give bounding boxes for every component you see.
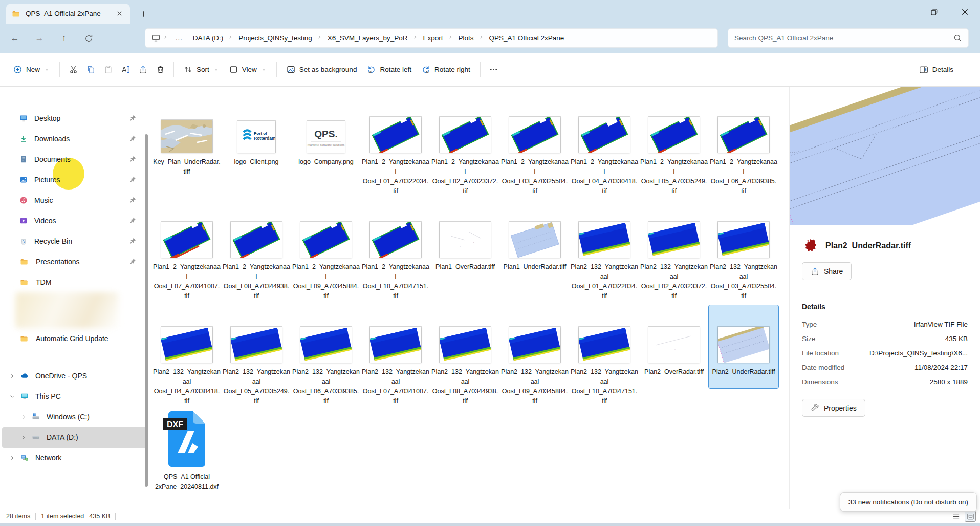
sidebar-item-desktop[interactable]: Desktop — [2, 108, 147, 129]
file-item[interactable]: Plan1_2_Yangtzekanaal Oost_L09_A70345884… — [291, 200, 361, 305]
share-file-button[interactable]: Share — [802, 262, 852, 280]
set-as-background-button[interactable]: Set as background — [281, 60, 362, 78]
chevron-right-icon[interactable] — [20, 414, 27, 420]
tab-close-icon[interactable] — [114, 8, 125, 19]
chevron-right-icon[interactable] — [162, 35, 169, 41]
search-input[interactable] — [734, 34, 953, 42]
refresh-button[interactable] — [81, 31, 96, 46]
file-thumbnail[interactable] — [579, 305, 630, 363]
file-thumbnail[interactable] — [509, 305, 560, 363]
breadcrumb-item[interactable]: QPS_A1 Official 2xPane — [485, 32, 569, 44]
file-item[interactable]: Plan1_2_Yangtzekanaal Oost_L05_A70335249… — [639, 95, 709, 200]
file-item[interactable]: Plan1_2_Yangtzekanaal Oost_L02_A70323372… — [430, 95, 500, 200]
file-thumbnail[interactable] — [300, 305, 352, 363]
file-thumbnail[interactable] — [440, 305, 491, 363]
chevron-right-icon[interactable] — [412, 35, 419, 41]
file-item[interactable]: Plan1_2_Yangtzekanaal Oost_L06_A70339385… — [709, 95, 778, 200]
file-item[interactable]: Plan2_132_Yangtzekanaal Oost_L08_A703449… — [430, 305, 500, 410]
file-thumbnail[interactable] — [648, 95, 700, 153]
breadcrumb-item[interactable]: Export — [419, 32, 447, 44]
chevron-right-icon[interactable] — [447, 35, 454, 41]
file-thumbnail[interactable] — [231, 305, 282, 363]
view-button[interactable]: View — [224, 60, 272, 78]
file-item[interactable]: Plan1_2_Yangtzekanaal Oost_L10_A70347151… — [361, 200, 430, 305]
file-item[interactable]: Key_Plan_UnderRadar.tiff — [152, 95, 222, 200]
file-item[interactable]: Plan2_132_Yangtzekanaal Oost_L07_A703410… — [361, 305, 430, 410]
search-box[interactable] — [728, 28, 969, 48]
file-item[interactable]: Plan2_132_Yangtzekanaal Oost_L06_A703393… — [291, 305, 361, 410]
sidebar-item-windows-c-[interactable]: Windows (C:) — [2, 407, 147, 427]
sidebar-item-documents[interactable]: Documents — [2, 149, 147, 170]
file-thumbnail[interactable] — [161, 200, 212, 258]
rotate-left-button[interactable]: Rotate left — [362, 60, 417, 78]
sidebar-item-presentations[interactable]: Presentations — [2, 251, 147, 272]
file-thumbnail[interactable]: QPS. maritime software solutions — [307, 95, 345, 153]
file-thumbnail[interactable] — [161, 305, 212, 363]
file-thumbnail[interactable] — [370, 200, 421, 258]
file-item[interactable]: Plan2_132_Yangtzekanaal Oost_L02_A703233… — [639, 200, 709, 305]
sidebar-item-music[interactable]: Music — [2, 190, 147, 211]
file-thumbnail[interactable] — [579, 200, 630, 258]
breadcrumb-item[interactable]: DATA (D:) — [189, 32, 228, 44]
thumbnail-view-button[interactable] — [965, 511, 976, 522]
file-item[interactable]: Plan2_132_Yangtzekanaal Oost_L09_A703458… — [500, 305, 570, 410]
sort-button[interactable]: Sort — [179, 60, 224, 78]
forward-button[interactable]: → — [32, 31, 47, 46]
file-thumbnail[interactable] — [300, 200, 352, 258]
file-item[interactable]: Plan1_2_Yangtzekanaal Oost_L03_A70325504… — [500, 95, 570, 200]
chevron-right-icon[interactable] — [20, 434, 27, 440]
search-icon[interactable] — [953, 34, 962, 43]
file-item[interactable]: Plan2_132_Yangtzekanaal Oost_L03_A703255… — [709, 200, 778, 305]
breadcrumb-overflow[interactable]: ... — [171, 34, 187, 42]
file-item[interactable]: Plan1_2_Yangtzekanaal Oost_L08_A70344938… — [222, 200, 291, 305]
address-bar[interactable]: ... DATA (D:)Projects_QINSy_testingX6_SV… — [145, 28, 718, 48]
file-item[interactable]: DXFQPS_A1 Official 2xPane_20240811.dxf — [152, 410, 222, 515]
rename-button[interactable] — [117, 61, 134, 78]
sidebar-item-pictures[interactable]: Pictures — [2, 170, 147, 190]
restore-button[interactable] — [919, 0, 949, 24]
minimize-button[interactable] — [888, 0, 919, 24]
sidebar-scrollbar[interactable] — [145, 134, 148, 487]
this-pc-icon[interactable] — [151, 34, 160, 43]
file-item[interactable]: Plan1_OverRadar.tiff — [430, 200, 500, 305]
file-item[interactable]: Plan2_OverRadar.tiff — [639, 305, 709, 410]
paste-button[interactable] — [99, 61, 117, 78]
more-options-button[interactable] — [485, 61, 503, 78]
up-button[interactable]: ↑ — [56, 31, 72, 46]
file-thumbnail[interactable] — [648, 200, 700, 258]
sidebar-item-onedrive-qps[interactable]: OneDrive - QPS — [2, 366, 147, 386]
file-thumbnail[interactable] — [440, 95, 491, 153]
file-item[interactable]: Plan1_UnderRadar.tiff — [500, 200, 570, 305]
file-thumbnail[interactable] — [718, 95, 769, 153]
delete-button[interactable] — [151, 61, 169, 78]
file-thumbnail[interactable] — [718, 305, 769, 363]
details-toggle-button[interactable]: Details — [914, 60, 959, 79]
new-tab-button[interactable] — [136, 7, 150, 21]
details-view-button[interactable] — [950, 511, 962, 522]
file-item[interactable]: Plan2_132_Yangtzekanaal Oost_L10_A703471… — [570, 305, 639, 410]
file-thumbnail[interactable]: DXF — [163, 410, 210, 468]
file-thumbnail[interactable] — [370, 305, 421, 363]
breadcrumb-item[interactable]: X6_SVM_Layers_by_PoR — [323, 32, 412, 44]
file-thumbnail[interactable] — [509, 95, 560, 153]
file-thumbnail[interactable] — [718, 200, 769, 258]
copy-button[interactable] — [82, 61, 99, 78]
chevron-right-icon[interactable] — [227, 35, 234, 41]
file-item[interactable]: Plan1_2_Yangtzekanaal Oost_L07_A70341007… — [152, 200, 222, 305]
back-button[interactable]: ← — [7, 31, 23, 46]
file-thumbnail[interactable] — [370, 95, 421, 153]
explorer-tab[interactable]: QPS_A1 Official 2xPane — [6, 4, 130, 24]
file-item[interactable]: Plan1_2_Yangtzekanaal Oost_L04_A70330418… — [570, 95, 639, 200]
file-item[interactable]: Plan2_UnderRadar.tiff — [709, 305, 778, 388]
rotate-right-button[interactable]: Rotate right — [417, 60, 475, 78]
file-item[interactable]: Plan2_132_Yangtzekanaal Oost_L04_A703304… — [152, 305, 222, 410]
file-thumbnail[interactable] — [161, 95, 212, 153]
sidebar-item-recycle-bin[interactable]: Recycle Bin — [2, 231, 147, 251]
chevron-right-icon[interactable] — [316, 35, 323, 41]
file-thumbnail[interactable] — [579, 95, 630, 153]
file-item[interactable]: Plan2_132_Yangtzekanaal Oost_L01_A703220… — [570, 200, 639, 305]
close-button[interactable] — [949, 0, 980, 24]
file-thumbnail[interactable]: Port of Rotterdam — [237, 95, 275, 153]
file-item[interactable]: QPS. maritime software solutionslogo_Com… — [291, 95, 361, 200]
chevron-right-icon[interactable] — [478, 35, 485, 41]
